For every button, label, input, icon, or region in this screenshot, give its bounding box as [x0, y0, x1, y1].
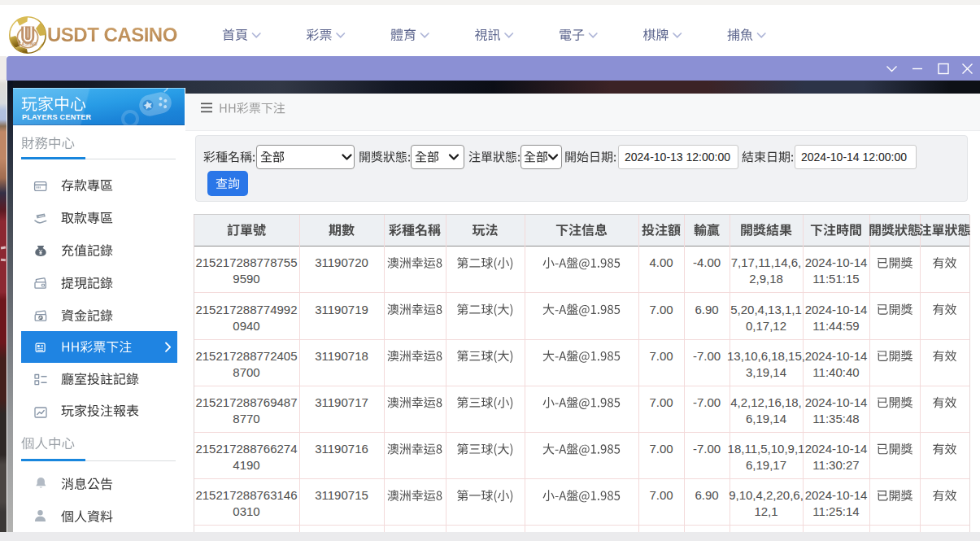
svg-text:CASINO: CASINO	[18, 41, 37, 46]
